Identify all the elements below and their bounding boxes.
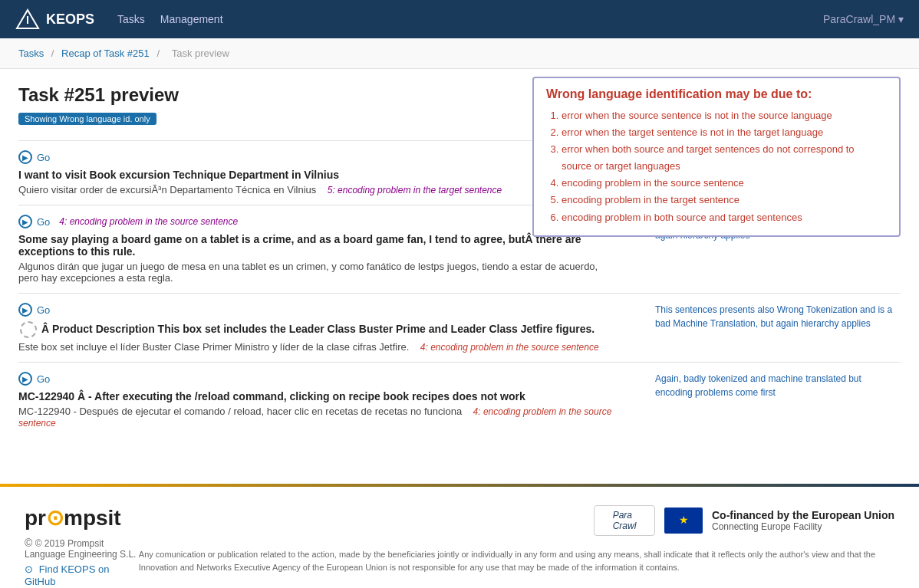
- nav-management[interactable]: Management: [160, 13, 223, 25]
- info-item-5: encoding problem in the target sentence: [562, 192, 887, 209]
- navbar: KEOPS Tasks Management ParaCrawl_PM ▾: [0, 0, 919, 38]
- info-item-4: encoding problem in the source sentence: [562, 175, 887, 192]
- svg-text:★: ★: [678, 514, 688, 526]
- sentence-target-1: Quiero visitar order de excursiÃ³n Depar…: [18, 184, 617, 195]
- error-label-3: 4: encoding problem in the source senten…: [420, 342, 599, 353]
- info-box-list: error when the source sentence is not in…: [546, 107, 887, 226]
- footer-copyright: © © 2019 Prompsit Language Engineering S…: [25, 537, 139, 560]
- sentence-note-4: Again, badly tokenized and machine trans…: [655, 372, 901, 399]
- logo: KEOPS: [15, 7, 94, 31]
- sentence-target-3: Este box set incluye el líder Buster Cla…: [18, 341, 617, 353]
- info-item-3: error when both source and target senten…: [562, 141, 887, 175]
- breadcrumb: Tasks / Recap of Task #251 / Task previe…: [0, 38, 919, 69]
- sentence-source-4: MC-122940 Â - After executing the /reloa…: [18, 390, 617, 402]
- info-box-title: Wrong language identification may be due…: [546, 87, 887, 101]
- go-icon-1: ▶: [18, 150, 32, 164]
- sentence-note-3: This sentences presents also Wrong Token…: [655, 303, 901, 330]
- breadcrumb-tasks[interactable]: Tasks: [18, 48, 44, 59]
- eu-flag: ★: [664, 508, 703, 534]
- footer: pr⊙mpsit © © 2019 Prompsit Language Engi…: [0, 484, 919, 588]
- nav-links: Tasks Management: [117, 13, 823, 25]
- sentence-target-2: Algunos dirán que jugar un juego de mesa…: [18, 261, 617, 284]
- go-icon-3: ▶: [18, 303, 32, 317]
- info-item-2: error when the target sentence is not in…: [562, 124, 887, 141]
- go-icon-2: ▶: [18, 215, 32, 228]
- info-item-6: encoding problem in both source and targ…: [562, 209, 887, 226]
- sentence-item-4: ▶ Go MC-122940 Â - After executing the /…: [18, 362, 901, 438]
- logo-icon: [15, 7, 40, 31]
- sentence-source-1: I want to visit Book excursion Technique…: [18, 169, 617, 181]
- nav-tasks[interactable]: Tasks: [117, 13, 145, 25]
- go-link-2[interactable]: ▶ Go: [18, 215, 50, 228]
- github-icon: ⊙: [25, 563, 33, 575]
- footer-left: pr⊙mpsit © © 2019 Prompsit Language Engi…: [25, 505, 139, 587]
- info-item-1: error when the source sentence is not in…: [562, 107, 887, 124]
- footer-logo: pr⊙mpsit: [25, 505, 139, 531]
- footer-connecting: Connecting Europe Facility: [712, 521, 894, 532]
- content-area: Wrong language identification may be due…: [0, 69, 919, 453]
- logo-text: KEOPS: [46, 11, 94, 28]
- eu-flag-icon: ★: [668, 511, 699, 531]
- paracrawl-logo: ParaCrawl: [594, 505, 655, 536]
- sentence-source-3: Â Product Description This box set inclu…: [18, 321, 617, 338]
- footer-text-block: Co-financed by the European Union Connec…: [712, 509, 894, 532]
- footer-right: ParaCrawl ★ Co-financed by the European …: [139, 505, 894, 573]
- footer-github-link[interactable]: ⊙ Find KEOPS on GitHub: [25, 563, 109, 587]
- error-header-2: 4: encoding problem in the source senten…: [59, 216, 238, 227]
- user-menu[interactable]: ParaCrawl_PM ▾: [823, 13, 904, 25]
- sentence-source-2: Some say playing a board game on a table…: [18, 233, 617, 258]
- breadcrumb-current: Task preview: [172, 48, 229, 59]
- breadcrumb-recap[interactable]: Recap of Task #251: [61, 48, 150, 59]
- sentence-item-3: ▶ Go Â Product Description This box set …: [18, 293, 901, 362]
- footer-logos: ParaCrawl ★ Co-financed by the European …: [594, 505, 894, 536]
- task-badge: Showing Wrong language id. only: [18, 113, 156, 125]
- dashed-circle-3: [20, 321, 37, 338]
- info-box: Wrong language identification may be due…: [532, 77, 901, 237]
- main-layout: Wrong language identification may be due…: [0, 69, 919, 453]
- footer-disclaimer: Any comunication or publication related …: [139, 548, 894, 573]
- error-label-1: 5: encoding problem in the target senten…: [328, 185, 502, 195]
- sentence-target-4: MC-122940 - Después de ejecutar el coman…: [18, 406, 617, 429]
- go-icon-4: ▶: [18, 372, 32, 386]
- footer-cofinanced: Co-financed by the European Union: [712, 509, 894, 521]
